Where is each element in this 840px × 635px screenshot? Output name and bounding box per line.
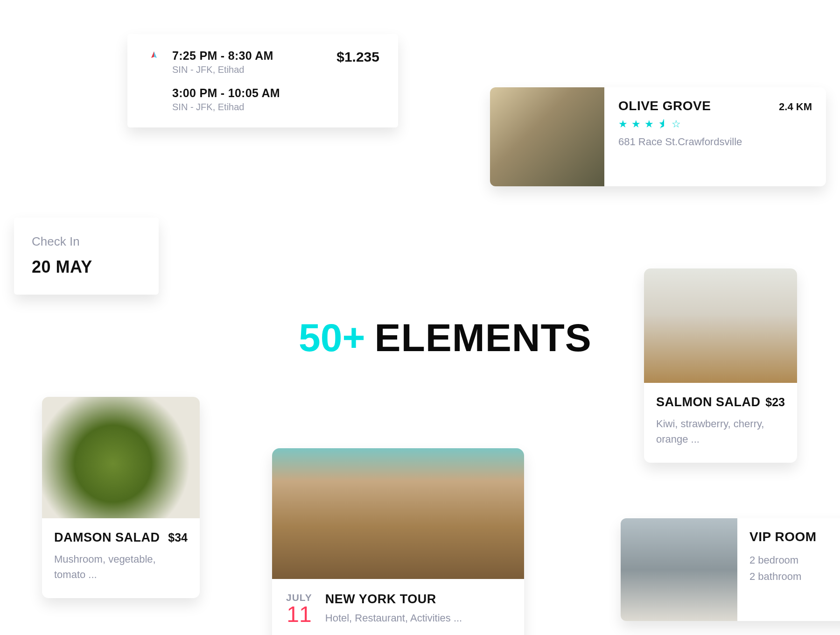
headline: 50+ ELEMENTS	[299, 315, 592, 360]
vip-image	[621, 518, 737, 621]
airline-icon	[146, 49, 162, 65]
restaurant-address: 681 Race St.Crawfordsville	[618, 136, 812, 148]
tour-card[interactable]: JULY 11 NEW YORK TOUR Hotel, Restaurant,…	[272, 448, 524, 635]
tour-desc: Hotel, Restaurant, Activities ...	[325, 610, 462, 626]
star-half-icon: ⯨	[658, 118, 668, 130]
star-icon: ★	[631, 118, 641, 130]
damson-desc: Mushroom, vegetable, tomato ...	[54, 551, 188, 582]
salmon-card[interactable]: SALMON SALAD $23 Kiwi, strawberry, cherr…	[644, 268, 797, 463]
flight-route: SIN - JFK, Etihad	[172, 64, 273, 75]
vip-card[interactable]: VIP ROOM 2 bedroom 2 bathroom	[621, 518, 840, 621]
vip-desc: 2 bedroom 2 bathroom	[749, 552, 840, 585]
damson-price: $34	[168, 531, 188, 544]
flight-card[interactable]: 7:25 PM - 8:30 AM SIN - JFK, Etihad $1.2…	[127, 34, 398, 127]
flight-route: SIN - JFK, Etihad	[172, 102, 280, 113]
restaurant-name: OLIVE GROVE	[618, 99, 711, 113]
salmon-image	[644, 268, 797, 383]
flight-price: $1.235	[336, 49, 379, 65]
rating-stars: ★ ★ ★ ⯨ ☆	[618, 118, 812, 130]
vip-name: VIP ROOM	[749, 529, 840, 544]
headline-accent: 50+	[299, 315, 365, 360]
salmon-desc: Kiwi, strawberry, cherry, orange ...	[656, 416, 785, 447]
airline-icon-placeholder	[146, 86, 162, 102]
tour-date: JULY 11	[286, 592, 312, 626]
flight-time: 7:25 PM - 8:30 AM	[172, 49, 273, 63]
damson-image	[42, 397, 200, 518]
tour-name: NEW YORK TOUR	[325, 592, 462, 607]
checkin-label: Check In	[32, 234, 141, 249]
checkin-date: 20 MAY	[32, 257, 141, 277]
flight-segment: 3:00 PM - 10:05 AM SIN - JFK, Etihad	[146, 86, 379, 113]
star-icon: ★	[618, 118, 628, 130]
restaurant-distance: 2.4 KM	[779, 101, 812, 113]
flight-segment: 7:25 PM - 8:30 AM SIN - JFK, Etihad $1.2…	[146, 49, 379, 75]
damson-name: DAMSON SALAD	[54, 530, 160, 545]
star-outline-icon: ☆	[672, 118, 681, 130]
star-icon: ★	[644, 118, 654, 130]
checkin-card[interactable]: Check In 20 MAY	[14, 218, 159, 295]
tour-day: 11	[287, 603, 311, 626]
salmon-price: $23	[765, 395, 785, 409]
flight-time: 3:00 PM - 10:05 AM	[172, 86, 280, 100]
tour-image	[272, 448, 524, 579]
salmon-name: SALMON SALAD	[656, 395, 761, 409]
restaurant-image	[490, 87, 604, 186]
headline-text: ELEMENTS	[375, 315, 592, 360]
damson-card[interactable]: DAMSON SALAD $34 Mushroom, vegetable, to…	[42, 397, 200, 598]
restaurant-card[interactable]: OLIVE GROVE 2.4 KM ★ ★ ★ ⯨ ☆ 681 Race St…	[490, 87, 826, 186]
